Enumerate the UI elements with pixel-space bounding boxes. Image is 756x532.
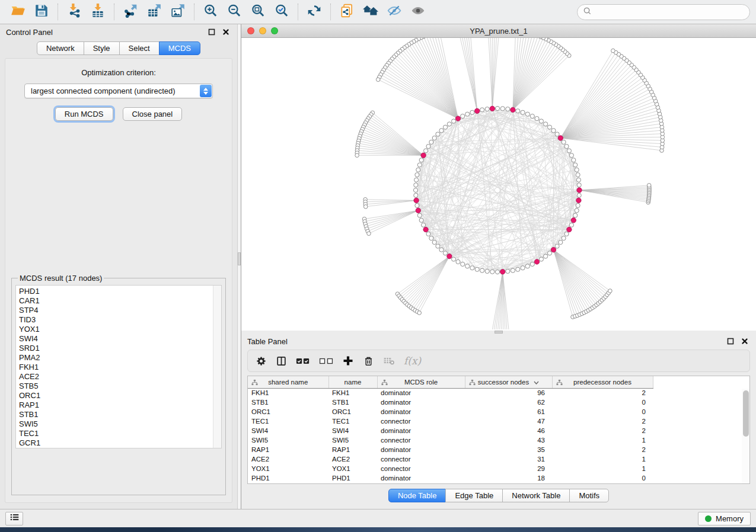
zoom-selected-button[interactable]: [270, 2, 294, 22]
table-cell[interactable]: FKH1: [248, 388, 328, 398]
network-node[interactable]: [516, 267, 520, 271]
mcds-result-item[interactable]: ACE2: [19, 372, 212, 382]
network-node[interactable]: [567, 149, 571, 153]
mcds-result-item[interactable]: YOX1: [19, 325, 212, 334]
tab-select[interactable]: Select: [119, 41, 160, 55]
column-header-successor-nodes[interactable]: successor nodes: [465, 376, 552, 388]
table-cell[interactable]: dominator: [377, 445, 465, 454]
network-node[interactable]: [569, 223, 573, 227]
tab-motifs[interactable]: Motifs: [569, 489, 609, 502]
mcds-result-list[interactable]: PHD1CAR1STP4TID3YOX1SWI4SRD1PMA2FKH1ACE2…: [15, 285, 222, 448]
network-node[interactable]: [470, 266, 474, 270]
column-header-name[interactable]: name: [328, 376, 377, 388]
network-node[interactable]: [647, 184, 651, 188]
table-cell[interactable]: YOX1: [248, 464, 328, 473]
table-cell[interactable]: dominator: [377, 473, 465, 483]
table-cell[interactable]: 1: [552, 464, 653, 473]
network-node[interactable]: [547, 125, 551, 129]
sort-chevron-icon[interactable]: [534, 379, 539, 386]
table-cell[interactable]: 2: [552, 388, 653, 398]
panel-menu-button[interactable]: [5, 512, 23, 525]
network-node[interactable]: [564, 145, 569, 149]
network-node[interactable]: [414, 178, 419, 182]
tab-network-table[interactable]: Network Table: [502, 489, 570, 502]
mcds-result-item[interactable]: ORC1: [19, 391, 212, 400]
delete-column-icon[interactable]: [363, 355, 374, 367]
network-node[interactable]: [465, 112, 470, 116]
tab-edge-table[interactable]: Edge Table: [445, 489, 503, 502]
network-node[interactable]: [470, 110, 474, 114]
network-node[interactable]: [516, 109, 520, 113]
table-cell[interactable]: 61: [465, 407, 552, 416]
table-cell[interactable]: dominator: [377, 426, 465, 435]
window-zoom-icon[interactable]: [271, 27, 278, 34]
network-node[interactable]: [367, 232, 371, 236]
mcds-result-item[interactable]: STB1: [19, 410, 212, 419]
export-image-button[interactable]: [166, 2, 190, 22]
network-node[interactable]: [576, 178, 580, 182]
network-node[interactable]: [608, 289, 613, 293]
float-panel-icon[interactable]: [725, 336, 736, 347]
open-file-button[interactable]: [6, 2, 30, 22]
tab-mcds[interactable]: MCDS: [159, 41, 200, 55]
mcds-result-item[interactable]: GCR1: [19, 438, 212, 448]
network-node[interactable]: [443, 125, 447, 129]
table-cell[interactable]: ACE2: [248, 454, 328, 464]
table-row[interactable]: SWI5SWI5connector431: [248, 435, 653, 445]
float-panel-icon[interactable]: [206, 27, 217, 37]
network-node[interactable]: [465, 264, 470, 268]
table-cell[interactable]: connector: [377, 416, 465, 426]
network-node[interactable]: [490, 270, 495, 274]
network-node[interactable]: [573, 163, 578, 167]
show-panels-button[interactable]: [406, 2, 430, 22]
network-node[interactable]: [495, 270, 499, 274]
mcds-result-item[interactable]: STP4: [19, 306, 212, 315]
select-all-icon[interactable]: [296, 356, 310, 366]
network-node[interactable]: [461, 114, 465, 118]
mcds-result-item[interactable]: SWI4: [19, 334, 212, 344]
network-node[interactable]: [611, 49, 615, 53]
column-layout-icon[interactable]: [276, 355, 287, 367]
splitter-grip[interactable]: [238, 252, 241, 265]
table-cell[interactable]: 43: [465, 435, 552, 445]
table-cell[interactable]: 18: [465, 473, 552, 483]
table-cell[interactable]: 2: [552, 426, 653, 435]
table-row[interactable]: YOX1YOX1connector291: [248, 464, 653, 473]
network-node[interactable]: [447, 122, 451, 126]
table-cell[interactable]: SWI4: [248, 426, 328, 435]
tab-node-table[interactable]: Node Table: [388, 489, 446, 502]
mcds-hub-node[interactable]: [416, 208, 420, 213]
network-node[interactable]: [436, 132, 440, 136]
network-node[interactable]: [426, 232, 430, 236]
network-node[interactable]: [416, 168, 420, 172]
settings-gear-icon[interactable]: [256, 355, 267, 367]
close-panel-icon[interactable]: [739, 336, 750, 347]
network-node[interactable]: [436, 244, 440, 248]
network-node[interactable]: [429, 140, 433, 144]
table-cell[interactable]: dominator: [377, 407, 465, 416]
network-node[interactable]: [506, 269, 510, 273]
network-node[interactable]: [577, 193, 581, 197]
network-node[interactable]: [511, 268, 515, 273]
mcds-hub-node[interactable]: [571, 218, 576, 223]
table-cell[interactable]: YOX1: [328, 464, 377, 473]
horizontal-splitter[interactable]: [241, 331, 756, 334]
network-node[interactable]: [415, 203, 419, 207]
network-node[interactable]: [576, 203, 580, 207]
network-node[interactable]: [559, 240, 563, 244]
table-cell[interactable]: 2: [552, 445, 653, 454]
network-node[interactable]: [456, 259, 460, 264]
network-node[interactable]: [575, 209, 579, 213]
network-node[interactable]: [461, 262, 465, 266]
network-node[interactable]: [573, 213, 578, 217]
network-node[interactable]: [530, 114, 534, 118]
table-row[interactable]: PHD1PHD1dominator180: [248, 473, 653, 483]
table-cell[interactable]: 1: [552, 454, 653, 464]
table-row[interactable]: ORC1ORC1dominator610: [248, 407, 653, 416]
table-cell[interactable]: SWI5: [248, 435, 328, 445]
network-node[interactable]: [426, 145, 430, 149]
mcds-hub-node[interactable]: [455, 116, 460, 121]
run-mcds-button[interactable]: Run MCDS: [55, 107, 113, 121]
mcds-hub-node[interactable]: [558, 136, 563, 140]
refresh-button[interactable]: [302, 2, 326, 22]
